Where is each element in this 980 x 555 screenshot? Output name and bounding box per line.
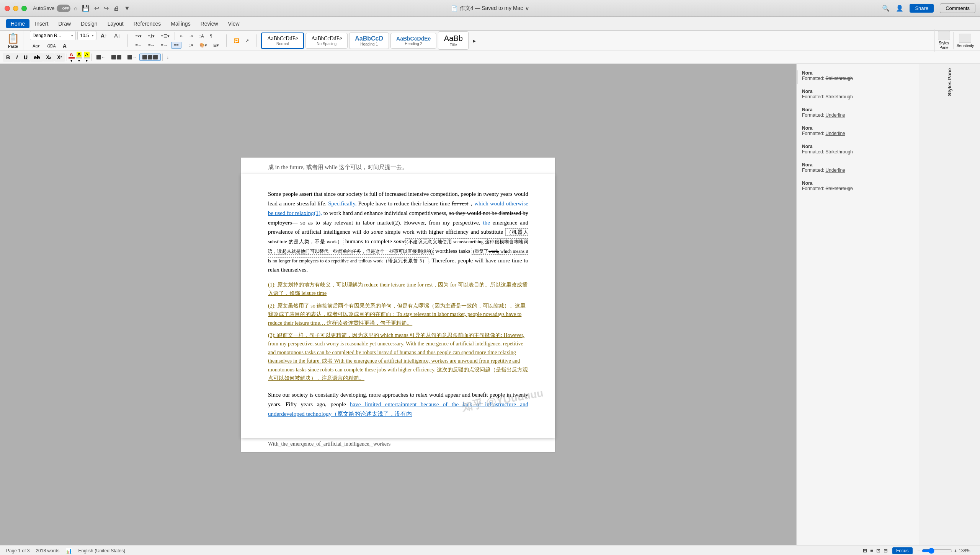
bold-button[interactable]: B [3, 53, 13, 62]
borders-btn[interactable]: ⊞▾ [211, 42, 222, 49]
zoom-slider[interactable] [922, 548, 952, 554]
shading-btn[interactable]: 🎨▾ [197, 42, 210, 49]
view-icon-4[interactable]: ⊟ [884, 548, 888, 553]
print-icon[interactable]: 🖨 [113, 5, 119, 12]
note2-block: (2): 原文虽然用了 so 连接前后两个有因果关系的单句，但是有点啰嗦（因为主… [268, 302, 528, 327]
show-marks-btn[interactable]: ¶ [207, 33, 215, 39]
focus-button[interactable]: Focus [892, 547, 913, 554]
doc-icon: 📄 [451, 5, 457, 11]
autosave-label: AutoSave [33, 5, 54, 11]
zoom-in-btn[interactable]: + [954, 548, 957, 554]
strikethrough-forrest: for rest [452, 200, 468, 207]
font-shrink-btn[interactable]: A↓ [111, 31, 123, 40]
highlight-color-btn[interactable]: A ▾ [76, 52, 82, 63]
strikethrough-button[interactable]: ab [31, 53, 43, 62]
menu-design[interactable]: Design [76, 19, 102, 28]
menu-layout[interactable]: Layout [103, 19, 128, 28]
ribbon: 📋 Paste DengXian R... ▾ 10.5 ▾ A↑ A↓ Aa▾ [0, 31, 980, 64]
styles-pane-icon [938, 31, 950, 40]
zoom-level[interactable]: 138% [959, 548, 974, 553]
home-icon[interactable]: ⌂ [74, 5, 77, 12]
align-left-btn2[interactable]: ⬛← [93, 54, 108, 61]
sort-btn[interactable]: ↕A [196, 33, 207, 39]
subscript-button[interactable]: X₂ [43, 53, 54, 62]
menu-home[interactable]: Home [6, 19, 29, 28]
underline-button[interactable]: U [21, 53, 31, 62]
note3-block: (3): 跟前文一样，句子可以更精简，因为这里的 which means 引导的… [268, 331, 528, 382]
comments-button[interactable]: Comments [940, 3, 975, 13]
comment-format-3: Formatted: Underline [802, 112, 913, 118]
numbering-btn[interactable]: ≡1▾ [145, 33, 158, 40]
paragraph2: Since our society is constantly developi… [268, 390, 528, 418]
decrease-indent-btn[interactable]: ⇤ [177, 33, 186, 40]
align-right-btn[interactable]: ≡→ [158, 42, 170, 49]
search-icon[interactable]: 🔍 [882, 5, 890, 12]
font-grow-btn[interactable]: A↑ [98, 31, 110, 40]
comment-format-5: Formatted: Strikethrough [802, 149, 913, 155]
text-effects-btn[interactable]: A [60, 42, 69, 50]
document-page[interactable]: Some people assert that since our societ… [241, 174, 555, 438]
style-heading2[interactable]: AaBbCcDdEe Heading 2 [390, 33, 436, 49]
title-chevron[interactable]: ∨ [525, 5, 529, 11]
account-icon[interactable]: 👤 [896, 5, 903, 12]
italic-button[interactable]: I [13, 53, 21, 62]
autosave-toggle[interactable] [57, 5, 70, 12]
have-limited-underline: have limited entertainment because of th… [268, 401, 528, 417]
word-count-icon[interactable]: 📊 [65, 548, 72, 554]
save-icon[interactable]: 💾 [82, 5, 90, 12]
font-name-selector[interactable]: DengXian R... ▾ [30, 31, 76, 40]
view-icon-1[interactable]: ⊞ [863, 548, 867, 553]
shading-color-btn[interactable]: A ▾ [84, 52, 90, 63]
comment-3: Nora Formatted: Underline [797, 104, 919, 121]
view-icon-3[interactable]: ⊡ [876, 548, 880, 553]
styles-section: AaBbCcDdEe Normal AaBbCcDdEe No Spacing … [258, 30, 934, 51]
style-heading1[interactable]: AaBbCcD Heading 1 [349, 33, 389, 49]
align-left-btn[interactable]: ≡← [132, 42, 144, 49]
align-right-btn2[interactable]: ⬛→ [124, 54, 139, 61]
menu-view[interactable]: View [224, 19, 244, 28]
replace-icon[interactable]: 🔁 [231, 37, 242, 44]
clear-format-btn[interactable]: ⌫A [44, 42, 58, 50]
align-center-btn2[interactable]: ⬛⬛ [108, 54, 124, 61]
minimize-button[interactable] [13, 6, 18, 11]
styles-pane-button[interactable]: StylesPane [934, 29, 953, 52]
style-normal[interactable]: AaBbCcDdEe Normal [261, 33, 304, 49]
menu-review[interactable]: Review [196, 19, 223, 28]
font-color-btn[interactable]: A ▾ [69, 52, 75, 63]
view-icon-2[interactable]: ≡ [870, 548, 873, 553]
line-spacing-btn[interactable]: ↕▾ [186, 42, 196, 49]
menu-draw[interactable]: Draw [54, 19, 75, 28]
select-icon[interactable]: ↗ [243, 37, 252, 44]
align-center-btn[interactable]: ≡↔ [145, 42, 157, 49]
font-case-btn[interactable]: Aa▾ [30, 42, 42, 50]
bullets-btn[interactable]: ≡•▾ [132, 33, 144, 40]
increase-indent-btn[interactable]: ⇥ [187, 33, 196, 40]
document-area[interactable]: 成 in the future, 或者用 while 这个可以，时间尺提一去。 … [0, 64, 796, 545]
customize-icon[interactable]: ▼ [124, 5, 130, 12]
font-size-selector[interactable]: 10.5 ▾ [77, 31, 96, 40]
word-count: 2018 words [36, 548, 59, 553]
share-button[interactable]: Share [910, 4, 934, 13]
maximize-button[interactable] [21, 6, 27, 11]
multilevel-btn[interactable]: ≡☰▾ [158, 33, 172, 40]
close-button[interactable] [5, 6, 10, 11]
sensitivity-button[interactable]: Sensitivity [953, 32, 977, 49]
language[interactable]: English (United States) [78, 548, 125, 553]
styles-more-btn[interactable]: ▸ [470, 36, 479, 46]
line-spacing-btn2[interactable]: ↕ [164, 54, 172, 61]
menu-insert[interactable]: Insert [30, 19, 53, 28]
superscript-button[interactable]: X² [54, 53, 65, 62]
justify-btn2[interactable]: ⬛⬛⬛ [139, 54, 161, 61]
style-no-spacing[interactable]: AaBbCcDdEe No Spacing [305, 33, 348, 49]
specifically-underline: Specifically, [328, 200, 356, 207]
menu-mailings[interactable]: Mailings [166, 19, 195, 28]
menu-references[interactable]: References [129, 19, 166, 28]
zoom-out-btn[interactable]: − [917, 548, 920, 554]
sensitivity-icon [959, 34, 971, 43]
paste-button[interactable]: 📋 Paste [7, 33, 19, 49]
style-title[interactable]: AaBb Title [438, 31, 469, 50]
undo-icon[interactable]: ↩ [94, 5, 99, 12]
justify-btn[interactable]: ≡≡ [171, 42, 181, 49]
redo-icon[interactable]: ↪ [104, 5, 109, 12]
bottom-text: With_the_emerqence_of_artificial_intelli… [268, 441, 528, 447]
